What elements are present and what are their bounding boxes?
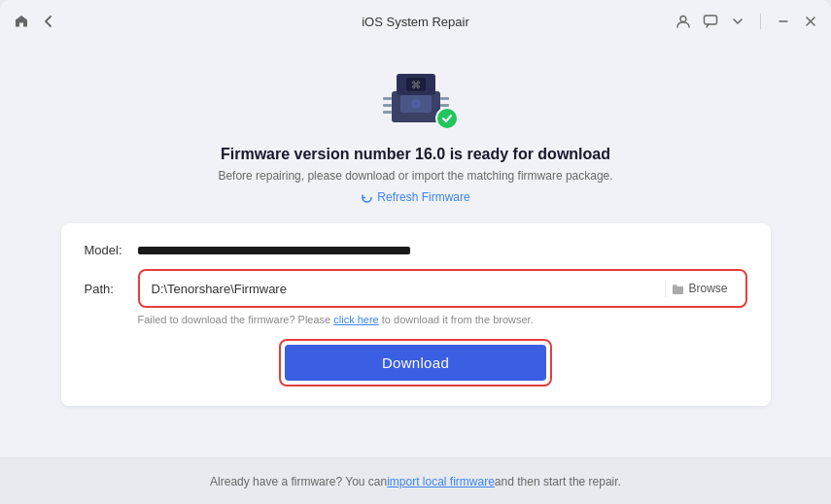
folder-icon <box>672 283 684 295</box>
download-button[interactable]: Download <box>285 345 546 381</box>
download-button-area: Download <box>85 339 747 386</box>
back-icon[interactable] <box>39 12 58 31</box>
footer-text: Already have a firmware? You can <box>210 475 387 488</box>
browse-button[interactable]: Browse <box>665 280 733 297</box>
firmware-card: Model: Path: D:\Tenorshare\Firmware Br <box>61 223 771 406</box>
error-suffix: to download it from the browser. <box>379 314 534 325</box>
titlebar: iOS System Repair <box>0 0 831 43</box>
minimize-button[interactable] <box>775 13 792 30</box>
import-local-firmware-link[interactable]: import local firmware <box>387 475 495 488</box>
svg-text:⌘: ⌘ <box>411 80 421 90</box>
path-label: Path: <box>85 282 138 296</box>
download-outer-border: Download <box>279 339 552 386</box>
path-outer-border: D:\Tenorshare\Firmware Browse <box>138 269 747 308</box>
window-controls <box>675 13 819 30</box>
app-window: iOS System Repair <box>0 0 831 504</box>
svg-rect-10 <box>383 104 392 107</box>
sub-title: Before repairing, please download or imp… <box>218 169 612 183</box>
svg-rect-1 <box>705 16 717 24</box>
svg-rect-11 <box>383 111 392 114</box>
error-text: Failed to download the firmware? Please … <box>138 314 747 325</box>
main-content: ⌘ Firmware version number 1 <box>0 43 831 457</box>
path-input[interactable]: D:\Tenorshare\Firmware <box>152 282 658 296</box>
svg-rect-12 <box>440 97 449 100</box>
footer: Already have a firmware? You can import … <box>0 457 831 504</box>
chat-icon[interactable] <box>702 13 719 30</box>
footer-suffix: and then start the repair. <box>495 475 621 488</box>
main-title: Firmware version number 16.0 is ready fo… <box>221 146 610 163</box>
error-prefix: Failed to download the firmware? Please <box>138 314 334 325</box>
chevron-down-icon[interactable] <box>729 13 746 30</box>
model-value <box>138 247 410 254</box>
model-row: Model: <box>85 243 747 257</box>
divider <box>760 14 761 29</box>
window-title: iOS System Repair <box>362 15 469 29</box>
user-icon[interactable] <box>675 13 692 30</box>
browse-label: Browse <box>688 282 727 295</box>
refresh-firmware-link[interactable]: Refresh Firmware <box>361 190 469 204</box>
path-input-container: D:\Tenorshare\Firmware Browse <box>142 273 744 304</box>
click-here-link[interactable]: click here <box>333 314 378 325</box>
nav-buttons <box>12 12 58 31</box>
close-button[interactable] <box>802 13 819 30</box>
path-row: Path: D:\Tenorshare\Firmware Browse <box>85 269 747 308</box>
firmware-icon-area: ⌘ <box>377 62 455 130</box>
home-icon[interactable] <box>12 12 31 31</box>
refresh-firmware-label: Refresh Firmware <box>377 190 469 204</box>
svg-point-0 <box>680 17 686 22</box>
svg-point-16 <box>411 99 421 109</box>
check-badge <box>435 107 459 130</box>
refresh-icon <box>361 191 373 204</box>
model-label: Model: <box>85 243 138 257</box>
svg-rect-9 <box>383 97 392 100</box>
